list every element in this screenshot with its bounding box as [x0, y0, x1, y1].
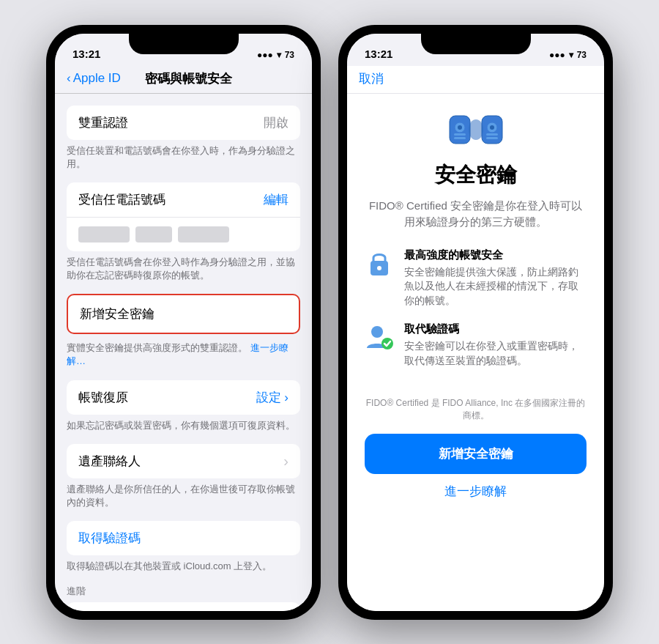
add-security-key-desc: 實體安全密鑰提供高強度形式的雙重認證。 進一步瞭解…	[55, 337, 312, 368]
legacy-contact-section: 遺產聯絡人 遺產聯絡人是你所信任的人，在你過世後可存取你帳號內的資料。	[55, 444, 312, 509]
battery-icon: 73	[285, 50, 294, 60]
advanced-label: 進階	[55, 585, 312, 602]
nav-title-left: 密碼與帳號安全	[121, 70, 256, 87]
add-security-key-desc-text: 實體安全密鑰提供高強度形式的雙重認證。	[67, 342, 247, 353]
add-security-key-label: 新增安全密鑰	[80, 307, 154, 321]
blur-box-1	[78, 226, 130, 243]
svg-point-10	[469, 119, 483, 140]
feature-1-desc: 安全密鑰能提供強大保護，防止網路釣魚以及他人在未經授權的情況下，存取你的帳號。	[404, 265, 587, 308]
feature-2-desc: 安全密鑰可以在你登入或重置密碼時，取代傳送至裝置的驗證碼。	[404, 339, 587, 368]
svg-rect-3	[454, 133, 466, 136]
two-factor-row[interactable]: 雙重認證 開啟	[67, 106, 300, 140]
get-verify-label: 取得驗證碼	[78, 530, 141, 547]
back-label[interactable]: Apple ID	[73, 71, 121, 86]
left-screen-content: 雙重認證 開啟 受信任裝置和電話號碼會在你登入時，作為身分驗證之用。 受信任電話…	[55, 94, 312, 611]
notch	[129, 34, 239, 54]
feature-1-title: 最高強度的帳號安全	[404, 248, 587, 262]
svg-rect-9	[486, 137, 498, 139]
svg-rect-8	[486, 133, 498, 136]
left-phone: 13:21 ●●● ▾ 73 ‹ Apple ID 密碼與帳號安全 雙重認證	[46, 25, 321, 620]
get-verify-card: 取得驗證碼	[67, 521, 300, 555]
security-key-title: 安全密鑰	[365, 161, 587, 189]
legacy-contact-card: 遺產聯絡人	[67, 444, 300, 478]
two-factor-value: 開啟	[264, 114, 288, 131]
get-verify-row[interactable]: 取得驗證碼	[67, 521, 300, 555]
person-check-icon	[365, 322, 394, 352]
trusted-phone-section: 受信任電話號碼 編輯 受信任電話號碼會在你登入時作為身分驗證之用，並協助你在忘記…	[55, 182, 312, 282]
two-factor-label: 雙重認證	[78, 114, 128, 131]
phone-blur	[78, 226, 229, 243]
svg-point-13	[371, 326, 383, 338]
back-chevron-icon: ‹	[67, 71, 71, 86]
feature-1-row: 最高強度的帳號安全 安全密鑰能提供強大保護，防止網路釣魚以及他人在未經授權的情況…	[365, 248, 587, 308]
svg-rect-4	[454, 137, 466, 139]
svg-point-2	[458, 125, 462, 130]
time-left: 13:21	[72, 48, 100, 60]
feature-2-content: 取代驗證碼 安全密鑰可以在你登入或重置密碼時，取代傳送至裝置的驗證碼。	[404, 322, 587, 368]
account-recovery-desc: 如果忘記密碼或裝置密碼，你有幾個選項可復原資料。	[55, 415, 312, 432]
nav-bar-right: 取消	[347, 66, 604, 94]
feature-2-title: 取代驗證碼	[404, 322, 587, 336]
auto-verify-card: 自動驗證	[67, 602, 300, 610]
wifi-icon-right: ▾	[569, 50, 573, 60]
account-recovery-value: 設定 ›	[256, 389, 288, 406]
lock-icon	[365, 248, 394, 278]
phone-number-row	[67, 218, 300, 251]
notch-right	[421, 34, 531, 54]
add-security-key-button[interactable]: 新增安全密鑰	[365, 434, 587, 474]
get-verify-desc: 取得驗證碼以在其他裝置或 iCloud.com 上登入。	[55, 555, 312, 573]
svg-point-12	[377, 266, 381, 270]
advanced-section: 進階 自動驗證 允許 iCloud 自動以私密方式驗證你的裝置和帳號，以略過 A…	[55, 585, 312, 610]
blur-box-2	[135, 226, 172, 243]
right-screen-content: 安全密鑰 FIDO® Certified 安全密鑰是你在登入時可以用來驗證身分的…	[347, 94, 604, 611]
legacy-contact-row[interactable]: 遺產聯絡人	[67, 444, 300, 478]
battery-icon-right: 73	[577, 50, 587, 60]
person-check-svg	[365, 323, 393, 351]
lock-svg	[368, 249, 391, 277]
trusted-phone-label: 受信任電話號碼	[78, 191, 165, 208]
time-right: 13:21	[365, 48, 392, 60]
status-icons-left: ●●● ▾ 73	[257, 50, 294, 60]
two-factor-card: 雙重認證 開啟	[67, 106, 300, 140]
feature-1-content: 最高強度的帳號安全 安全密鑰能提供強大保護，防止網路釣魚以及他人在未經授權的情況…	[404, 248, 587, 308]
blur-box-3	[178, 226, 229, 243]
back-button-left[interactable]: ‹ Apple ID	[67, 71, 121, 86]
wifi-icon: ▾	[277, 50, 281, 60]
legacy-contact-label: 遺產聯絡人	[78, 453, 141, 470]
auto-verify-row: 自動驗證	[67, 602, 300, 610]
learn-more-button[interactable]: 進一步瞭解	[365, 483, 587, 514]
add-security-key-row[interactable]: 新增安全密鑰	[67, 294, 300, 334]
nav-bar-left: ‹ Apple ID 密碼與帳號安全	[55, 66, 312, 94]
account-recovery-row[interactable]: 帳號復原 設定 ›	[67, 380, 300, 415]
account-recovery-label: 帳號復原	[78, 389, 128, 406]
legacy-contact-desc: 遺產聯絡人是你所信任的人，在你過世後可存取你帳號內的資料。	[55, 478, 312, 509]
trusted-phone-edit[interactable]: 編輯	[264, 191, 288, 208]
legacy-contact-chevron	[283, 453, 288, 470]
fido-note: FIDO® Certified 是 FIDO Alliance, Inc 在多個…	[365, 382, 587, 434]
trusted-phone-desc: 受信任電話號碼會在你登入時作為身分驗證之用，並協助你在忘記密碼時復原你的帳號。	[55, 251, 312, 282]
status-icons-right: ●●● ▾ 73	[549, 50, 587, 60]
security-key-intro: FIDO® Certified 安全密鑰是你在登入時可以用來驗證身分的第三方硬體…	[365, 198, 587, 231]
signal-icon: ●●●	[257, 50, 273, 60]
svg-point-7	[490, 125, 494, 130]
get-verify-section: 取得驗證碼 取得驗證碼以在其他裝置或 iCloud.com 上登入。	[55, 521, 312, 573]
account-recovery-card: 帳號復原 設定 ›	[67, 380, 300, 415]
account-recovery-section: 帳號復原 設定 › 如果忘記密碼或裝置密碼，你有幾個選項可復原資料。	[55, 380, 312, 432]
security-key-icon	[365, 108, 587, 152]
right-phone: 13:21 ●●● ▾ 73 取消	[338, 25, 613, 620]
cancel-button[interactable]: 取消	[359, 66, 384, 89]
signal-icon-right: ●●●	[549, 50, 565, 60]
two-factor-section: 雙重認證 開啟 受信任裝置和電話號碼會在你登入時，作為身分驗證之用。	[55, 106, 312, 171]
feature-2-row: 取代驗證碼 安全密鑰可以在你登入或重置密碼時，取代傳送至裝置的驗證碼。	[365, 322, 587, 368]
trusted-phone-card: 受信任電話號碼 編輯	[67, 182, 300, 251]
security-key-svg	[447, 108, 505, 152]
trusted-phone-header-row: 受信任電話號碼 編輯	[67, 182, 300, 218]
two-factor-desc: 受信任裝置和電話號碼會在你登入時，作為身分驗證之用。	[55, 140, 312, 171]
